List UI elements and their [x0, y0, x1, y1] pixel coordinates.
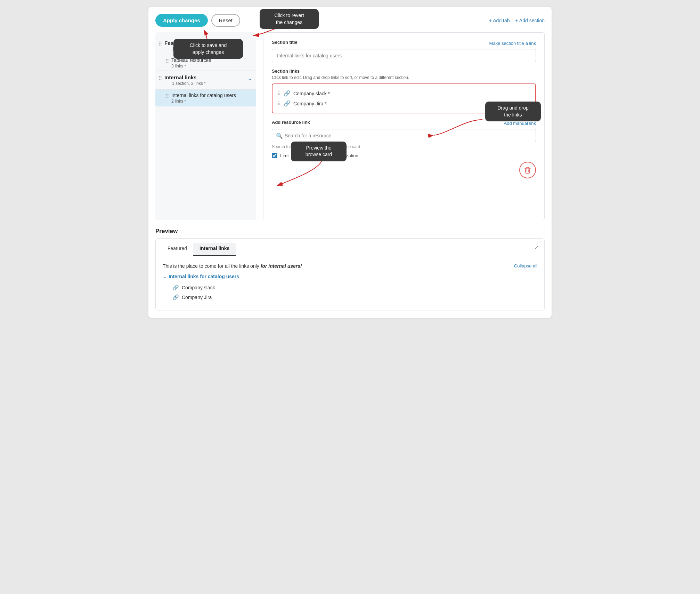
preview-content: Collapse all This is the place to come f…: [156, 256, 544, 311]
add-resource-row: Add resource link Add manual link: [272, 120, 536, 127]
trash-icon: [524, 166, 531, 174]
sidebar-group-name-featured: Featured: [164, 40, 201, 46]
search-hint: Search for a resource to add to the brow…: [272, 144, 536, 149]
sidebar-group-info-featured: Featured 1 section, 1 link: [164, 40, 201, 51]
checkbox-row: Limit search results to this organizatio…: [272, 153, 536, 158]
link-item-jira[interactable]: ⠿ 🔗 Company Jira *: [277, 98, 530, 109]
add-manual-link-button[interactable]: Add manual link: [504, 121, 536, 126]
sidebar-section-item-internal-catalog[interactable]: ⠿ Internal links for catalog users 2 lin…: [155, 90, 256, 106]
section-links-label: Section links: [272, 69, 536, 74]
delete-section-button[interactable]: [519, 162, 536, 178]
preview-link-slack: 🔗 Company slack: [172, 283, 537, 292]
add-resource-section: Add resource link Add manual link 🔍 Sear…: [272, 120, 536, 178]
top-bar-left: Apply changes Reset: [155, 14, 240, 27]
preview-link-name-slack: Company slack: [182, 285, 215, 290]
top-bar-right: + Add tab + Add section: [489, 18, 545, 23]
drag-handle-featured[interactable]: ⠿: [158, 41, 162, 47]
section-title-row: Section title Make section title a link: [272, 40, 536, 47]
drag-handle-internal[interactable]: ⠿: [158, 75, 162, 82]
expand-icon[interactable]: ⤢: [534, 244, 539, 255]
sidebar-subsection-tableau-info: Tableau resources 3 links *: [171, 57, 211, 69]
preview-title: Preview: [155, 228, 545, 235]
preview-intro-text: This is the place to come for all the li…: [163, 263, 302, 269]
preview-link-name-jira: Company Jira: [182, 295, 212, 300]
chevron-internal[interactable]: ⌄: [247, 75, 252, 82]
preview-section-header: ⌄ Internal links for catalog users: [163, 274, 537, 279]
sidebar-group-info-internal: Internal links 1 section, 2 links *: [164, 74, 206, 86]
sidebar-section-item-catalog-name: Internal links for catalog users: [171, 93, 236, 98]
editor-panel: Section title Make section title a link …: [263, 32, 545, 220]
sidebar-group-header-internal: ⠿ Internal links 1 section, 2 links * ⌄: [158, 74, 252, 86]
section-links-hint: Click link to edit. Drag and drop links …: [272, 75, 536, 80]
sidebar-subsection-tableau-meta: 3 links *: [171, 64, 211, 69]
sidebar-section-item-catalog-meta: 2 links *: [171, 99, 236, 104]
section-title-label: Section title: [272, 40, 298, 45]
add-section-button[interactable]: + Add section: [515, 18, 545, 23]
section-title-input[interactable]: [272, 49, 536, 62]
drag-handle-catalog[interactable]: ⠿: [165, 93, 169, 100]
preview-section-name: Internal links for catalog users: [169, 274, 239, 279]
preview-intro-main: This is the place to come for all the li…: [163, 263, 261, 269]
preview-link-jira: 🔗 Company Jira: [172, 292, 537, 302]
preview-link-list: 🔗 Company slack 🔗 Company Jira: [172, 283, 537, 302]
preview-link-icon-jira: 🔗: [172, 294, 179, 300]
body-layout: ⠿ Featured 1 section, 1 link ⠿ Table: [155, 32, 545, 220]
add-tab-button[interactable]: + Add tab: [489, 18, 510, 23]
drag-handle-jira[interactable]: ⠿: [277, 101, 281, 106]
sidebar-group-meta-internal: 1 section, 2 links *: [172, 81, 206, 86]
search-input-wrap: 🔍: [272, 129, 536, 142]
search-input[interactable]: [272, 129, 536, 142]
tab-featured[interactable]: Featured: [161, 243, 193, 256]
link-icon-jira: 🔗: [284, 100, 291, 107]
sidebar-group-title-row-internal: ⠿ Internal links 1 section, 2 links *: [158, 74, 206, 86]
link-name-jira: Company Jira *: [293, 101, 327, 106]
links-box: ⠿ 🔗 Company slack * ⠿ 🔗 Company Jira *: [272, 83, 536, 113]
delete-btn-wrap: [272, 162, 536, 178]
preview-link-icon-slack: 🔗: [172, 284, 179, 291]
collapse-all-button[interactable]: Collapse all: [514, 263, 537, 268]
preview-intro-row: Collapse all This is the place to come f…: [163, 263, 537, 269]
sidebar-subsection-tableau: ⠿ Tableau resources 3 links *: [155, 55, 256, 71]
sidebar-subsection-tableau-name: Tableau resources: [171, 57, 211, 63]
preview-intro-emphasis: for internal users!: [261, 263, 302, 269]
chevron-preview-section: ⌄: [163, 274, 166, 279]
tab-internal-links[interactable]: Internal links: [193, 243, 236, 256]
link-icon-slack: 🔗: [284, 90, 291, 97]
link-item-slack[interactable]: ⠿ 🔗 Company slack *: [277, 88, 530, 98]
reset-button[interactable]: Reset: [211, 14, 240, 27]
preview-tabs: Featured Internal links ⤢: [156, 239, 544, 256]
sidebar-group-name-internal: Internal links: [164, 74, 206, 80]
search-icon: 🔍: [276, 133, 283, 139]
sidebar-group-title-row-featured: ⠿ Featured 1 section, 1 link: [158, 40, 201, 51]
sidebar-group-header-featured: ⠿ Featured 1 section, 1 link: [158, 40, 252, 51]
drag-handle-tableau[interactable]: ⠿: [165, 58, 169, 65]
sidebar-group-meta-featured: 1 section, 1 link: [172, 47, 201, 51]
preview-tabs-left: Featured Internal links: [161, 243, 236, 256]
checkbox-label: Limit search results to this organizatio…: [280, 153, 358, 158]
sidebar-subsection-tableau-row: ⠿ Tableau resources 3 links *: [165, 57, 253, 69]
preview-section: Preview Featured Internal links ⤢ Collap…: [155, 228, 545, 311]
link-name-slack: Company slack *: [293, 91, 330, 96]
make-link-button[interactable]: Make section title a link: [489, 41, 536, 46]
add-resource-label: Add resource link: [272, 120, 310, 125]
org-limit-checkbox[interactable]: [272, 153, 277, 158]
sidebar: ⠿ Featured 1 section, 1 link ⠿ Table: [155, 32, 256, 220]
preview-card: Featured Internal links ⤢ Collapse all T…: [155, 238, 545, 311]
top-bar: Apply changes Reset + Add tab + Add sect…: [155, 14, 545, 27]
sidebar-section-item-catalog-info: Internal links for catalog users 2 links…: [171, 93, 236, 104]
sidebar-group-internal: ⠿ Internal links 1 section, 2 links * ⌄: [155, 71, 256, 90]
apply-button[interactable]: Apply changes: [155, 14, 208, 27]
drag-handle-slack[interactable]: ⠿: [277, 91, 281, 96]
sidebar-group-featured: ⠿ Featured 1 section, 1 link: [155, 37, 256, 55]
